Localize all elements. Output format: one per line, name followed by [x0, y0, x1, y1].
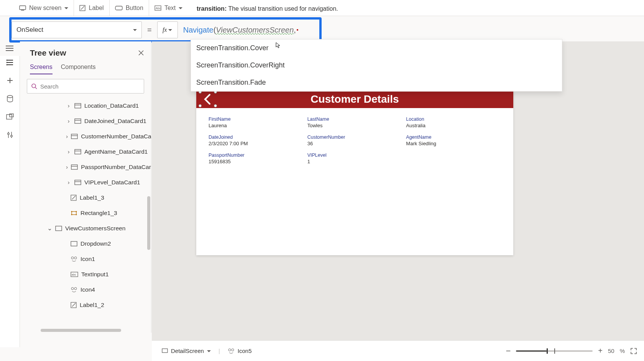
field-label: FirstName	[209, 117, 304, 122]
tree-node-label: Icon4	[80, 286, 95, 293]
selection-handle[interactable]	[214, 104, 217, 107]
error-dot-icon	[297, 29, 298, 31]
zoom-slider-thumb[interactable]	[547, 348, 548, 354]
autocomplete-item[interactable]: ScreenTransition.CoverRight	[191, 57, 562, 74]
close-icon[interactable]	[138, 50, 144, 56]
cursor-icon	[276, 42, 280, 48]
tree-title: Tree view	[30, 48, 66, 57]
tree-node[interactable]: Label1_2	[20, 297, 151, 311]
fit-to-screen-icon[interactable]	[630, 348, 637, 354]
expand-chevron-icon[interactable]: ⌄	[47, 225, 52, 232]
formula-input[interactable]: Navigate(ViewCustomersScreen,	[183, 21, 298, 38]
insert-button-button[interactable]: Button	[110, 0, 149, 16]
zoom-in-button[interactable]: +	[598, 346, 603, 355]
expand-chevron-icon[interactable]: ›	[66, 179, 71, 186]
zoom-percent: %	[620, 348, 625, 354]
scrollbar-thumb[interactable]	[147, 196, 150, 250]
svg-point-40	[74, 287, 77, 290]
tree-node[interactable]: Rectangle1_3	[20, 205, 151, 221]
new-screen-menu[interactable]: New screen	[14, 0, 74, 16]
tree-node[interactable]: ›CustomerNumber_DataCard1	[20, 129, 151, 144]
tree-node[interactable]: Label1_3	[20, 190, 151, 205]
advanced-tools-icon[interactable]	[7, 131, 13, 139]
expand-chevron-icon[interactable]: ›	[66, 148, 71, 155]
field-value: Australia	[406, 123, 501, 128]
svg-rect-3	[115, 6, 122, 10]
tree-node[interactable]: ›DateJoined_DataCard1	[20, 113, 151, 129]
tree-node[interactable]: ›AgentName_DataCard1	[20, 144, 151, 159]
search-input[interactable]	[27, 79, 144, 94]
label-icon	[71, 195, 77, 201]
tree-node[interactable]: ›Location_DataCard1	[20, 98, 151, 113]
svg-point-48	[228, 349, 231, 351]
zoom-controls: − + 50 %	[506, 346, 637, 356]
insert-label-button[interactable]: Label	[74, 0, 109, 16]
breadcrumb-selection-label: Icon5	[238, 348, 252, 354]
tree-node[interactable]: ›VIPLevel_DataCard1	[20, 175, 151, 190]
svg-point-12	[7, 133, 9, 135]
screen-icon	[19, 5, 26, 11]
data-icon[interactable]	[7, 95, 13, 103]
field-value: 36	[307, 141, 402, 146]
tree-list[interactable]: ›Location_DataCard1›DateJoined_DataCard1…	[20, 97, 151, 311]
fx-button[interactable]: fx	[157, 21, 178, 38]
insert-icon[interactable]	[6, 77, 14, 84]
form-field: LastNameTowles	[307, 117, 402, 128]
svg-point-29	[71, 211, 72, 212]
form-field: DateJoined2/3/2020 7:00 PM	[209, 135, 304, 146]
formula-help: transition: The visual transition used f…	[190, 4, 345, 16]
breadcrumb-screen[interactable]: DetailScreen	[159, 346, 214, 356]
tree-node[interactable]: Icon1	[20, 251, 151, 267]
chevron-left-icon	[203, 94, 212, 105]
insert-label-text: Label	[89, 5, 104, 11]
selected-back-icon[interactable]	[199, 91, 216, 107]
autocomplete-item[interactable]: ScreenTransition.Fade	[191, 74, 562, 91]
tree-node-label: CustomerNumber_DataCard1	[81, 133, 151, 140]
zoom-value: 50	[608, 348, 614, 354]
field-label: PassportNumber	[209, 153, 304, 158]
tree-node[interactable]: Dropdown2	[20, 236, 151, 251]
zoom-slider[interactable]	[516, 350, 593, 352]
autocomplete-item[interactable]: ScreenTransition.Cover	[191, 39, 562, 57]
tree-node-label: Icon1	[80, 256, 95, 263]
zoom-out-button[interactable]: −	[506, 346, 511, 356]
svg-point-9	[7, 95, 13, 98]
svg-rect-47	[162, 349, 168, 353]
chevron-down-icon	[133, 26, 137, 34]
tab-screens[interactable]: Screens	[30, 64, 53, 74]
svg-point-49	[232, 349, 234, 351]
tree-tabs: Screens Components	[20, 60, 151, 74]
tree-node[interactable]: abcTextInput1	[20, 267, 151, 282]
formula-fn: Navigate	[183, 26, 214, 34]
app-preview[interactable]: Customer Details FirstNameLaurenaLastNam…	[196, 90, 513, 255]
tree-node-label: DateJoined_DataCard1	[84, 118, 146, 125]
breadcrumb-selection[interactable]: Icon5	[225, 346, 255, 356]
tree-node-label: TextInput1	[81, 271, 109, 278]
media-icon[interactable]	[6, 113, 14, 120]
hamburger-icon[interactable]	[5, 45, 14, 51]
tree-node[interactable]: ⌄ViewCustomersScreen	[20, 221, 151, 236]
hscrollbar-thumb[interactable]	[41, 329, 121, 332]
selection-handle[interactable]	[199, 104, 202, 107]
treeview-icon[interactable]	[6, 59, 14, 66]
search-field[interactable]	[40, 83, 140, 90]
left-rail	[0, 56, 20, 347]
svg-point-36	[74, 257, 77, 259]
tree-node[interactable]: ›PassportNumber_DataCard1	[20, 159, 151, 175]
expand-chevron-icon[interactable]: ›	[66, 164, 68, 171]
tree-node-label: PassportNumber_DataCard1	[81, 164, 151, 171]
breadcrumb-screen-label: DetailScreen	[171, 348, 204, 354]
svg-rect-0	[20, 6, 26, 10]
property-selector[interactable]: OnSelect	[12, 21, 142, 38]
expand-chevron-icon[interactable]: ›	[66, 118, 71, 125]
expand-chevron-icon[interactable]: ›	[66, 102, 71, 109]
svg-rect-17	[75, 119, 81, 123]
tab-components[interactable]: Components	[61, 64, 96, 74]
insert-text-label: Text	[164, 5, 176, 11]
field-label: Location	[406, 117, 501, 122]
form-field: VIPLevel1	[307, 153, 402, 164]
expand-chevron-icon[interactable]: ›	[66, 133, 68, 140]
insert-text-menu[interactable]: Abc Text	[149, 0, 188, 16]
tree-node[interactable]: Icon4	[20, 282, 151, 297]
field-value: 1	[307, 159, 402, 164]
